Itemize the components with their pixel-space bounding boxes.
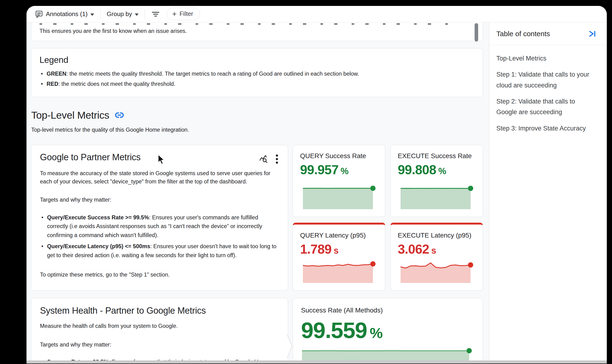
- system-health-card: System Health - Partner to Google Metric…: [31, 298, 288, 364]
- collapse-panel-icon[interactable]: [588, 30, 596, 38]
- chevron-down-icon: [135, 13, 139, 16]
- legend-title: Legend: [40, 55, 475, 65]
- add-filter-label: Filter: [179, 10, 193, 17]
- toc-title: Table of contents: [496, 30, 550, 38]
- toc-item-top-level-metrics[interactable]: Top-Level Metrics: [496, 53, 597, 64]
- metric-value: 3.062s: [398, 242, 476, 257]
- metric-title: Success Rate (All Methods): [301, 307, 475, 314]
- metric-value: 99.559%: [301, 317, 475, 343]
- screen-background: Annotations (1) Group by + Filter: [0, 0, 612, 364]
- system-health-title: System Health - Partner to Google Metric…: [40, 306, 279, 316]
- filter-list-button[interactable]: [151, 11, 160, 18]
- app-window: Annotations (1) Group by + Filter: [27, 6, 607, 364]
- annotations-menu[interactable]: Annotations (1): [35, 10, 94, 18]
- dashboard-toolbar: Annotations (1) Group by + Filter: [27, 6, 607, 23]
- section-description: Top-level metrics for the quality of thi…: [31, 126, 483, 134]
- filter-list-icon: [151, 11, 160, 18]
- metric-title: QUERY Success Rate: [300, 152, 378, 160]
- kebab-menu-icon[interactable]: [276, 154, 278, 164]
- system-health-description: Measure the health of calls from your sy…: [40, 322, 279, 330]
- sparkline-chart: [303, 260, 376, 283]
- targets-label: Targets and why they matter:: [40, 341, 279, 349]
- google-to-partner-paragraph: To measure the accuracy of the state sto…: [40, 169, 278, 186]
- clipped-text-line: [40, 23, 452, 25]
- success-rate-all-methods-card: Success Rate (All Methods) 99.559%: [293, 298, 483, 364]
- toolbar-divider: [100, 9, 101, 19]
- toc-item-step-3[interactable]: Step 3: Improve State Accuracy: [496, 123, 597, 134]
- chevron-down-icon: [90, 13, 94, 16]
- annotation-icon: [35, 10, 43, 18]
- metric-title: EXECUTE Success Rate: [398, 152, 476, 160]
- sparkline-chart: [303, 186, 376, 209]
- group-by-label: Group by: [107, 10, 132, 18]
- execute-success-rate-card: EXECUTE Success Rate 99.808%: [390, 145, 483, 217]
- sparkline-chart: [400, 260, 474, 283]
- add-filter-button[interactable]: + Filter: [167, 8, 200, 20]
- query-success-rate-card: QUERY Success Rate 99.957%: [293, 145, 385, 217]
- dashboard-scroll-area[interactable]: This ensures you are the first to know w…: [27, 23, 489, 364]
- metric-title: EXECUTE Latency (p95): [398, 232, 476, 239]
- table-of-contents-panel: Table of contents Top-Level Metrics Step…: [489, 23, 607, 364]
- metric-value: 1.789s: [300, 242, 378, 257]
- toc-item-step-1[interactable]: Step 1: Validate that calls to your clou…: [496, 69, 597, 91]
- target-bullet-success-rate: Query/Execute Success Rate >= 99.5%: Ens…: [40, 213, 279, 240]
- card-edge-chevron: [287, 335, 293, 358]
- legend-bullet-green: GREEN: the metric meets the quality thre…: [40, 70, 475, 78]
- sparkline-chart: [400, 186, 474, 209]
- execute-latency-card: EXECUTE Latency (p95) 3.062s: [390, 223, 483, 291]
- query-latency-card: QUERY Latency (p95) 1.789s: [293, 223, 385, 291]
- legend-bullet-red: RED: the metric does not meet the qualit…: [40, 80, 475, 88]
- plus-icon: +: [172, 12, 177, 16]
- group-by-menu[interactable]: Group by: [107, 10, 139, 18]
- google-to-partner-card: Google to Partner Metrics: [31, 145, 288, 291]
- mouse-cursor: [158, 154, 166, 165]
- legend-card: Legend GREEN: the metric meets the quali…: [31, 48, 483, 97]
- section-title-top-level-metrics: Top-Level Metrics: [31, 109, 109, 121]
- vertical-scrollbar[interactable]: [475, 23, 478, 42]
- toc-item-step-2[interactable]: Step 2: Validate that calls to Google ar…: [496, 96, 597, 118]
- google-to-partner-title: Google to Partner Metrics: [40, 152, 140, 162]
- annotations-label: Annotations (1): [46, 10, 88, 18]
- intro-card: This ensures you are the first to know w…: [31, 23, 483, 41]
- targets-label: Targets and why they matter:: [40, 196, 279, 204]
- metric-value: 99.808%: [398, 162, 476, 177]
- intro-text: This ensures you are the first to know w…: [40, 28, 473, 34]
- metrics-explorer-icon[interactable]: [259, 154, 268, 164]
- window-bottom-bar: [27, 361, 607, 364]
- target-bullet-latency: Query/Execute Latency (p95) <= 500ms: En…: [40, 242, 279, 260]
- metric-title: QUERY Latency (p95): [300, 232, 378, 239]
- toolbar-divider: [145, 9, 145, 19]
- metric-value: 99.957%: [300, 162, 378, 177]
- optimize-footer: To optimize these metrics, go to the "St…: [40, 271, 279, 279]
- section-link-icon[interactable]: [115, 111, 124, 120]
